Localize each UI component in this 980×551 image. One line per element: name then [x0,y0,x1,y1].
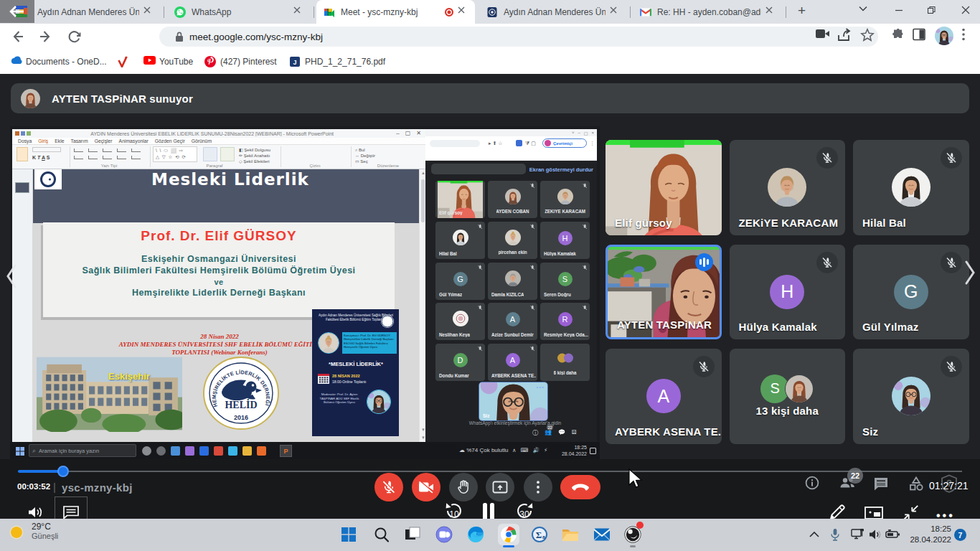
ppt-menu-tab[interactable]: Dosya [18,138,32,143]
participant-tile[interactable]: ZEKiYE KARACAM [730,140,846,235]
captions-icon[interactable] [62,505,80,519]
ppt-menu-tab[interactable]: Tasarım [70,138,88,143]
stop-sharing-button[interactable]: Ekran göstermeyi durdur [519,166,593,173]
tab-search-chevron-icon[interactable] [859,6,867,11]
player-progress-handle[interactable] [57,466,69,477]
activities-icon[interactable] [908,476,924,491]
ppt-scrollbar[interactable]: ▲▼▼ [419,169,425,443]
participant-tile[interactable]: Siz [853,349,969,444]
profile-avatar[interactable] [935,27,953,44]
tab-close-icon[interactable] [458,6,469,18]
mini-player-icon[interactable] [864,507,883,519]
ppt-menu-tab[interactable]: Animasyonlar [119,138,149,143]
share-icon[interactable] [837,28,852,45]
window-close-button[interactable] [961,6,970,14]
shared-taskbar-app-icon[interactable] [228,446,237,456]
ppt-edit-tools-labels[interactable]: ⌕ Bul↔ Değiştir▭ Seç [355,147,375,164]
taskbar-tray-mic-icon[interactable] [830,528,840,541]
taskbar-start-button[interactable] [339,525,358,544]
raise-hand-button[interactable] [449,473,478,501]
carousel-next-icon[interactable] [964,260,976,285]
participant-tile[interactable]: S13 kişi daha [730,349,846,444]
ppt-menu-tab[interactable]: Giriş [38,138,48,143]
ppt-window-controls[interactable]: –▢✕ [396,131,421,136]
ppt-menu-tab[interactable]: Geçişler [95,138,113,143]
ppt-shape-tools-labels[interactable]: ◧ Şekil Dolgusu✏ Şekil Anahattı◇ Şekil E… [239,147,270,164]
bookmark-star-icon[interactable] [860,28,875,45]
taskbar-teams-icon[interactable] [435,525,453,544]
bookmark-item[interactable] [118,55,133,69]
bookmark-item[interactable]: (427) Pinterest [204,55,277,69]
taskbar-chrome-icon[interactable] [499,525,518,544]
mic-off-button[interactable] [374,473,403,501]
tab-5[interactable]: Re: HH - ayden.coban@adu.e [633,0,783,24]
shared-ppt-icon[interactable]: P [280,445,292,457]
bookmark-item[interactable]: YouTube [143,55,193,69]
taskbar-sigma-app-icon[interactable]: Σa [530,525,549,544]
ppt-menu-tab[interactable]: Görünüm [192,138,212,143]
taskbar-file-explorer-icon[interactable] [561,525,580,544]
address-bar[interactable]: meet.google.com/ysc-mzny-kbj [159,27,878,47]
shared-taskbar-app-icon[interactable] [257,446,266,456]
mini-self-view[interactable]: •••Siz [479,382,548,421]
tab-close-icon[interactable] [765,6,777,18]
taskbar-edge-icon[interactable] [466,525,485,544]
tab-3[interactable]: Meet - ysc-mzny-kbj [316,0,475,24]
ppt-slide-thumbnail[interactable] [15,182,29,193]
present-button[interactable] [486,473,514,501]
more-options-button[interactable] [524,473,552,501]
tab-2[interactable]: WhatsApp [167,0,311,24]
ppt-menu-tab[interactable]: Gözden Geçir [155,138,185,143]
browser-menu-icon[interactable] [962,28,965,45]
shared-search-box[interactable]: ⌕Aramak için buraya yazın [29,444,136,457]
end-call-button[interactable] [560,475,600,499]
shared-taskbar-app-icon[interactable] [199,446,209,456]
shared-taskbar-app-icon[interactable] [142,446,151,456]
reload-button[interactable] [66,28,83,45]
extensions-icon[interactable] [891,28,905,45]
notification-badge[interactable]: 7 [954,529,966,541]
player-progress-track[interactable] [18,471,962,472]
camera-allowed-icon[interactable] [815,28,831,45]
shared-taskbar-app-icon[interactable] [171,446,180,456]
rewind-10-icon[interactable]: 10 [443,501,465,520]
participant-tile[interactable]: GGül Yılmaz [853,245,969,340]
tab-close-icon[interactable] [610,6,621,18]
shared-taskbar-app-icon[interactable] [214,446,223,456]
volume-icon[interactable] [27,505,44,519]
taskbar-weather-widget[interactable]: 29°C Güneşli [9,522,58,541]
taskbar-task-view-icon[interactable] [403,525,422,544]
window-minimize-button[interactable] [895,6,903,14]
taskbar-tray-battery-icon[interactable] [885,529,900,540]
shared-taskbar-app-icon[interactable] [156,446,166,456]
shared-taskbar-app-icon[interactable] [242,446,252,456]
camera-off-button[interactable] [412,473,440,501]
bookmark-item[interactable]: JPHD_1_2_71_76.pdf [289,55,385,69]
participant-tile[interactable]: HHülya Kamalak [730,245,846,340]
bookmark-item[interactable]: Documents - OneD... [10,55,107,69]
meeting-details-icon[interactable] [805,476,819,490]
participant-tile[interactable]: Hilal Bal [853,140,969,235]
taskbar-tray-display-icon[interactable] [851,528,865,540]
carousel-prev-icon[interactable] [6,264,17,288]
tab-4[interactable]: Aydın Adnan Menderes Üniv [479,0,627,24]
window-restore-button[interactable] [927,6,936,14]
shared-start-icon[interactable] [16,447,24,456]
tab-close-icon[interactable] [293,6,305,18]
taskbar-clock[interactable]: 18:25 [920,524,951,534]
participant-tile[interactable]: AAYBERK ASENA TE... [606,349,722,444]
back-button[interactable] [9,28,26,45]
forward-button[interactable] [37,28,55,45]
shared-taskbar-app-icon[interactable] [185,446,194,456]
taskbar-tray-speaker-icon[interactable] [869,529,882,540]
ppt-menu-tab[interactable]: Ekle [55,138,64,143]
tab-close-icon[interactable] [143,6,155,18]
taskbar-tray-expand-icon[interactable] [809,532,819,537]
side-panel-icon[interactable] [913,28,925,45]
chat-icon[interactable] [873,476,889,491]
new-tab-button[interactable]: + [798,3,806,19]
taskbar-search-icon[interactable] [372,525,391,544]
forward-30-icon[interactable]: 30 [514,501,535,520]
participant-tile[interactable]: Elif gürsoy [606,140,722,235]
taskbar-mail-icon[interactable] [593,525,611,544]
